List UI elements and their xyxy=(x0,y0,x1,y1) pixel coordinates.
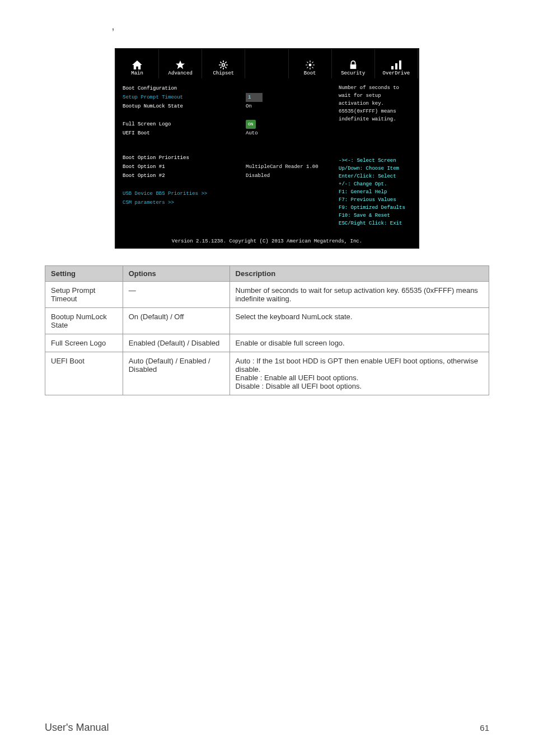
th-options: Options xyxy=(123,266,229,282)
svg-rect-5 xyxy=(399,60,401,69)
uefi-value: Auto xyxy=(246,129,258,138)
help-line: -><-: Select Screen xyxy=(339,157,414,165)
cell-setting: Bootup NumLock State xyxy=(45,308,123,334)
bios-left-pane: Boot Configuration Setup Prompt Timeout … xyxy=(116,78,334,235)
svg-rect-3 xyxy=(391,66,394,69)
tab-main[interactable]: Main xyxy=(116,49,159,78)
tab-overdrive[interactable]: OverDrive xyxy=(375,49,418,78)
tab-label: Security xyxy=(341,71,365,76)
tab-label: Advanced xyxy=(168,71,193,76)
table-row: Setup Prompt Timeout — Number of seconds… xyxy=(45,282,489,308)
star-icon xyxy=(175,60,185,69)
footer-label: User's Manual xyxy=(45,722,109,734)
cell-setting: UEFI Boot xyxy=(45,352,123,395)
svg-point-0 xyxy=(222,64,225,67)
usb-prio-link[interactable]: USB Device BBS Priorities >> xyxy=(123,189,246,198)
bios-tabbar: Main Advanced Chipset Bo xyxy=(116,49,418,78)
help-line: +/-: Change Opt. xyxy=(339,180,414,188)
cell-desc: Select the keyboard NumLock state. xyxy=(229,308,489,334)
svg-rect-4 xyxy=(395,63,397,69)
boot1-label[interactable]: Boot Option #1 xyxy=(123,162,246,171)
tab-empty xyxy=(245,49,288,78)
bios-help-pane: Number of seconds to wait for setup acti… xyxy=(334,78,418,235)
tab-advanced[interactable]: Advanced xyxy=(159,49,202,78)
help-line: F1: General Help xyxy=(339,188,414,196)
help-line: Up/Down: Choose Item xyxy=(339,165,414,172)
boot1-value: MultipleCard Reader 1.00 xyxy=(246,162,318,171)
bios-help-desc: Number of seconds to wait for setup acti… xyxy=(339,84,414,123)
tab-label: Main xyxy=(131,71,143,76)
home-icon xyxy=(132,60,142,69)
tab-label: Boot xyxy=(304,71,316,76)
cell-setting: Full Screen Logo xyxy=(45,334,123,352)
bios-version-footer: Version 2.15.1238. Copyright (C) 2013 Am… xyxy=(116,235,418,248)
boot-config-header: Boot Configuration xyxy=(123,84,246,93)
sun-icon xyxy=(305,60,315,69)
help-line: Enter/Click: Select xyxy=(339,172,414,180)
table-row: Bootup NumLock State On (Default) / Off … xyxy=(45,308,489,334)
csm-link[interactable]: CSM parameters >> xyxy=(123,198,246,207)
boot-prio-header: Boot Option Priorities xyxy=(123,153,246,162)
help-line: F7: Previous Values xyxy=(339,196,414,204)
tab-boot[interactable]: Boot xyxy=(289,49,332,78)
help-line: ESC/Right Click: Exit xyxy=(339,220,414,227)
gear-icon xyxy=(218,60,228,69)
cell-desc: Auto : If the 1st boot HDD is GPT then e… xyxy=(229,352,489,395)
numlock-label[interactable]: Bootup NumLock State xyxy=(123,102,246,111)
tab-label: Chipset xyxy=(213,71,234,76)
help-line: F9: Optimized Defaults xyxy=(339,204,414,212)
tab-label: OverDrive xyxy=(383,71,410,76)
cell-options: — xyxy=(123,282,229,308)
svg-point-1 xyxy=(308,64,311,67)
boot2-label[interactable]: Boot Option #2 xyxy=(123,171,246,180)
uefi-label[interactable]: UEFI Boot xyxy=(123,129,246,138)
help-line: F10: Save & Reset xyxy=(339,212,414,220)
setup-prompt-value[interactable]: 1 xyxy=(246,93,263,102)
setup-prompt-label[interactable]: Setup Prompt Timeout xyxy=(123,93,246,102)
svg-rect-2 xyxy=(350,64,356,69)
tab-security[interactable]: Security xyxy=(332,49,375,78)
cell-options: On (Default) / Off xyxy=(123,308,229,334)
tab-chipset[interactable]: Chipset xyxy=(202,49,245,78)
cell-options: Enabled (Default) / Disabled xyxy=(123,334,229,352)
stray-comma: , xyxy=(112,22,489,31)
bios-screenshot: Main Advanced Chipset Bo xyxy=(115,48,419,249)
th-description: Description xyxy=(229,266,489,282)
cell-options: Auto (Default) / Enabled / Disabled xyxy=(123,352,229,395)
table-row: Full Screen Logo Enabled (Default) / Dis… xyxy=(45,334,489,352)
cell-setting: Setup Prompt Timeout xyxy=(45,282,123,308)
full-logo-value[interactable]: ON xyxy=(246,120,256,129)
full-logo-label[interactable]: Full Screen Logo xyxy=(123,120,246,129)
settings-table: Setting Options Description Setup Prompt… xyxy=(45,265,489,395)
table-row: UEFI Boot Auto (Default) / Enabled / Dis… xyxy=(45,352,489,395)
bars-icon xyxy=(391,60,401,69)
cell-desc: Enable or disable full screen logo. xyxy=(229,334,489,352)
boot2-value: Disabled xyxy=(246,171,270,180)
cell-desc: Number of seconds to wait for setup acti… xyxy=(229,282,489,308)
page-number: 61 xyxy=(480,723,489,732)
lock-icon xyxy=(348,60,358,69)
numlock-value: On xyxy=(246,102,252,111)
th-setting: Setting xyxy=(45,266,123,282)
